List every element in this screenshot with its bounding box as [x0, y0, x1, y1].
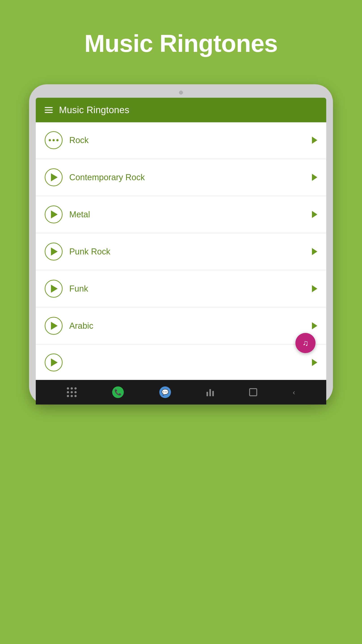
chevron-right-icon: [312, 285, 317, 292]
nav-dot: [67, 387, 69, 390]
nav-dot: [67, 395, 69, 397]
page-title: Music Ringtones: [84, 29, 278, 58]
play-icon: [51, 173, 58, 181]
nav-dot: [74, 387, 77, 390]
recents-icon[interactable]: [206, 388, 214, 396]
chat-icon[interactable]: 💬: [159, 386, 171, 398]
chevron-right-icon: [312, 137, 317, 144]
nav-dot: [74, 391, 77, 393]
item-label-rock: Rock: [69, 136, 89, 145]
phone-shape: 📞: [114, 389, 122, 396]
bar-line: [209, 389, 211, 396]
app-bar-title: Music Ringtones: [59, 105, 129, 116]
chevron-right-icon: [312, 322, 317, 330]
back-icon[interactable]: ‹: [293, 389, 295, 396]
dot: [49, 139, 51, 141]
play-icon: [51, 285, 58, 293]
list-item[interactable]: Funk: [36, 271, 326, 306]
nav-dot: [71, 395, 73, 397]
nav-dot: [71, 391, 73, 393]
list-item-left: Punk Rock: [45, 242, 110, 260]
list-item-left: [45, 354, 62, 372]
nav-dot: [71, 387, 73, 390]
list-item[interactable]: Punk Rock: [36, 234, 326, 270]
play-button[interactable]: [45, 317, 62, 335]
chevron-right-icon: [312, 248, 317, 255]
item-label-punk-rock: Punk Rock: [69, 247, 110, 256]
chevron-right-icon: [312, 359, 317, 366]
list-container: Rock Contemporary Rock: [36, 122, 326, 380]
list-item[interactable]: Arabic: [36, 308, 326, 344]
play-icon: [51, 358, 58, 366]
list-item-left: Arabic: [45, 317, 93, 335]
phone-icon[interactable]: 📞: [112, 386, 124, 398]
music-note-icon: ♫: [303, 338, 309, 348]
dots-button[interactable]: [45, 131, 62, 149]
list-item-partial[interactable]: [36, 345, 326, 380]
list-item[interactable]: Metal: [36, 196, 326, 232]
list-item[interactable]: Contemporary Rock: [36, 160, 326, 195]
dot: [56, 139, 58, 141]
dot: [52, 139, 55, 141]
device-camera: [179, 90, 183, 94]
nav-dot: [74, 395, 77, 397]
nav-dot: [67, 391, 69, 393]
list-item-left: Contemporary Rock: [45, 168, 145, 186]
home-icon[interactable]: [249, 388, 257, 396]
app-bar: Music Ringtones: [36, 98, 326, 122]
play-button[interactable]: [45, 168, 62, 186]
chat-shape: 💬: [162, 389, 169, 396]
play-button[interactable]: [45, 280, 62, 298]
play-button[interactable]: [45, 242, 62, 260]
bar-line: [212, 391, 214, 396]
list-item-left: Funk: [45, 280, 88, 298]
fab-music-button[interactable]: ♫: [295, 333, 316, 353]
device-screen: Music Ringtones Rock: [36, 98, 326, 404]
bottom-nav: 📞 💬 ‹: [36, 380, 326, 404]
menu-icon[interactable]: [45, 107, 53, 113]
item-label-arabic: Arabic: [69, 321, 93, 331]
item-label-metal: Metal: [69, 210, 90, 219]
play-icon: [51, 210, 58, 218]
item-label-funk: Funk: [69, 284, 88, 294]
play-icon: [51, 322, 58, 330]
play-icon: [51, 248, 58, 256]
play-button[interactable]: [45, 206, 62, 224]
chevron-right-icon: [312, 174, 317, 181]
item-label-contemporary-rock: Contemporary Rock: [69, 173, 145, 182]
device-frame: Music Ringtones Rock: [29, 84, 333, 404]
chevron-right-icon: [312, 211, 317, 218]
bar-line: [206, 392, 208, 396]
play-button[interactable]: [45, 354, 62, 372]
list-item[interactable]: Rock: [36, 122, 326, 158]
list-item-left: Rock: [45, 131, 89, 149]
apps-grid-icon[interactable]: [67, 387, 77, 397]
list-item-left: Metal: [45, 206, 90, 224]
